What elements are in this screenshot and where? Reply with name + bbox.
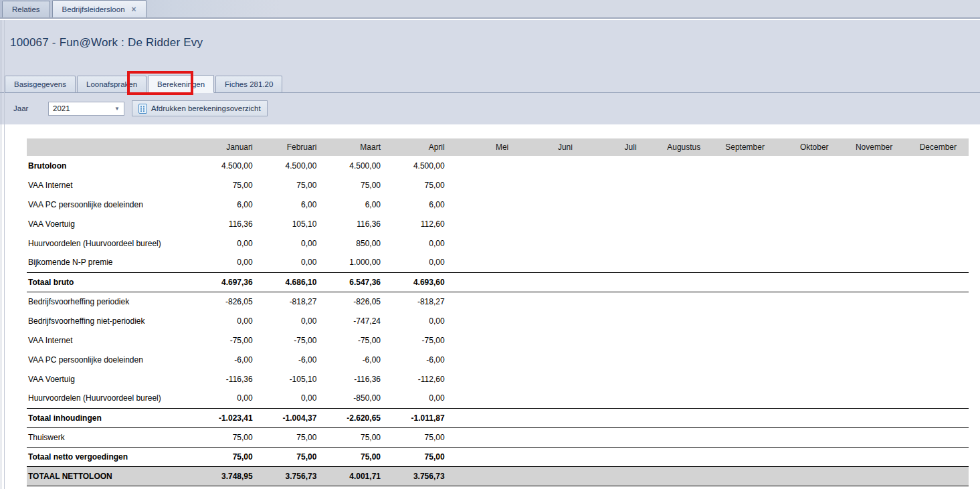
print-overview-button[interactable]: Afdrukken berekeningsoverzicht	[132, 100, 268, 116]
table-row: Totaal bruto4.697,364.686,106.547,364.69…	[27, 272, 969, 292]
cell-value: 75,00	[328, 175, 393, 195]
cell-value	[841, 389, 905, 408]
cell-value: 0,00	[265, 233, 329, 253]
year-dropdown[interactable]: 2021 ▼	[48, 102, 124, 116]
cell-value: -105,10	[265, 369, 329, 389]
cell-value	[712, 253, 777, 272]
cell-value: 4.697,36	[201, 272, 265, 292]
tab-label: Berekeningen	[157, 80, 205, 88]
cell-value: 850,00	[328, 233, 393, 253]
cell-value: -850,00	[328, 389, 393, 408]
cell-value: -2.620,65	[328, 408, 393, 427]
cell-value	[520, 350, 585, 369]
cell-value: 75,00	[201, 447, 265, 466]
cell-value	[520, 408, 585, 427]
cell-value	[712, 447, 777, 466]
cell-value: -826,05	[201, 292, 265, 311]
row-label: Totaal inhoudingen	[27, 408, 201, 427]
cell-value: 75,00	[393, 427, 457, 447]
tab-fiches-28120[interactable]: Fiches 281.20	[215, 76, 282, 92]
cell-value	[585, 389, 649, 408]
tab-basisgegevens[interactable]: Basisgegevens	[5, 76, 76, 92]
cell-value	[457, 350, 521, 369]
tab-loonafspraken[interactable]: Loonafspraken	[77, 76, 146, 92]
cell-value	[841, 214, 905, 233]
cell-value	[457, 272, 521, 292]
cell-value	[841, 350, 905, 369]
tab-berekeningen[interactable]: Berekeningen	[148, 75, 214, 93]
cell-value: 0,00	[201, 389, 265, 408]
cell-value: 6,00	[328, 195, 393, 214]
cell-value: -1.004,37	[265, 408, 329, 427]
month-header: November	[841, 138, 905, 156]
cell-value	[457, 330, 521, 350]
tab-label: Basisgegevens	[14, 80, 66, 88]
row-label: VAA PC persoonlijke doeleinden	[27, 195, 201, 214]
cell-value	[904, 447, 969, 466]
row-label-header	[27, 138, 201, 156]
cell-value	[904, 389, 969, 408]
cell-value: -75,00	[393, 330, 457, 350]
cell-value: 116,36	[328, 214, 393, 233]
month-header: Augustus	[649, 138, 713, 156]
cell-value	[904, 408, 969, 427]
cell-value: -6,00	[328, 350, 393, 369]
chevron-down-icon: ▼	[114, 106, 120, 112]
month-header: Oktober	[777, 138, 841, 156]
cell-value	[649, 447, 713, 466]
table-row: VAA Internet75,0075,0075,0075,00	[27, 175, 969, 195]
cell-value: 116,36	[201, 214, 265, 233]
cell-value	[585, 408, 649, 427]
cell-value	[520, 292, 585, 311]
cell-value: 105,10	[265, 214, 329, 233]
calculations-content: JanuariFebruariMaartAprilMeiJuniJuliAugu…	[5, 124, 980, 489]
window-tab-relaties[interactable]: Relaties	[2, 1, 50, 17]
cell-value: -6,00	[393, 350, 457, 369]
cell-value: 0,00	[265, 253, 329, 272]
row-label: Huurvoordelen (Huurvoordeel bureel)	[27, 233, 201, 253]
row-label: Brutoloon	[27, 156, 201, 175]
salary-table: JanuariFebruariMaartAprilMeiJuniJuliAugu…	[27, 138, 969, 486]
window-tab-bedrijfsleidersloon[interactable]: Bedrijfsleidersloon ×	[52, 0, 146, 17]
cell-value	[585, 447, 649, 466]
cell-value: 4.693,60	[393, 272, 457, 292]
cell-value	[841, 292, 905, 311]
cell-value: 75,00	[393, 175, 457, 195]
cell-value	[457, 175, 521, 195]
row-label: Huurvoordelen (Huurvoordeel bureel)	[27, 389, 201, 408]
cell-value	[904, 214, 969, 233]
report-icon	[138, 104, 147, 114]
cell-value	[841, 427, 905, 447]
window-tab-label: Relaties	[12, 5, 40, 13]
cell-value	[904, 369, 969, 389]
cell-value	[649, 233, 713, 253]
cell-value: 3.756,73	[265, 466, 329, 486]
page-title: 100067 - Fun@Work : De Ridder Evy	[10, 36, 203, 50]
cell-value: 0,00	[393, 311, 457, 330]
cell-value	[520, 427, 585, 447]
cell-value	[712, 175, 777, 195]
cell-value: -818,27	[393, 292, 457, 311]
cell-value: -826,05	[328, 292, 393, 311]
cell-value	[585, 427, 649, 447]
close-icon[interactable]: ×	[132, 5, 136, 13]
cell-value	[712, 427, 777, 447]
cell-value	[777, 233, 841, 253]
cell-value: 0,00	[265, 389, 329, 408]
cell-value: 75,00	[265, 427, 329, 447]
year-label: Jaar	[13, 104, 48, 112]
cell-value	[649, 214, 713, 233]
cell-value	[841, 466, 905, 486]
cell-value	[777, 175, 841, 195]
table-row: Totaal netto vergoedingen75,0075,0075,00…	[27, 447, 969, 466]
cell-value	[712, 195, 777, 214]
cell-value	[649, 272, 713, 292]
cell-value	[520, 466, 585, 486]
cell-value	[585, 233, 649, 253]
cell-value	[777, 447, 841, 466]
year-dropdown-value: 2021	[53, 104, 70, 112]
table-row: Thuiswerk75,0075,0075,0075,00	[27, 427, 969, 447]
cell-value	[904, 253, 969, 272]
table-row: TOTAAL NETTOLOON3.748,953.756,734.001,71…	[27, 466, 969, 486]
cell-value	[712, 330, 777, 350]
